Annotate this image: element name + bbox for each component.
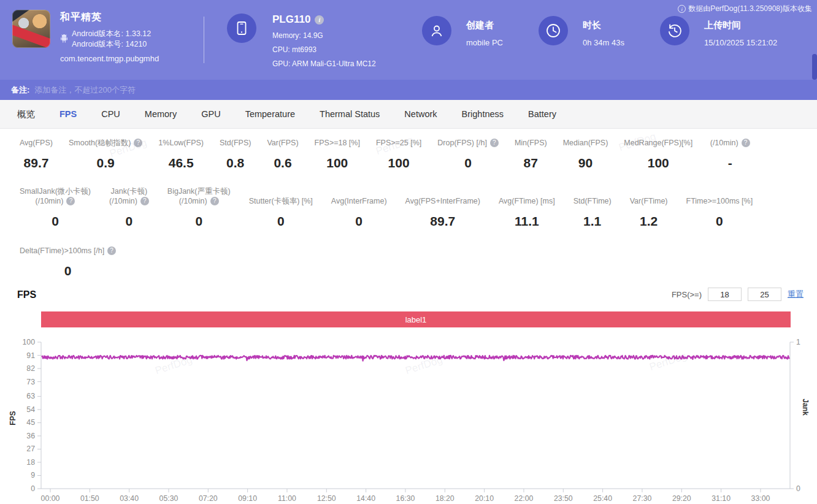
svg-text:91: 91 <box>26 351 35 360</box>
stat-value: 90 <box>578 156 593 170</box>
svg-text:01:50: 01:50 <box>80 494 99 503</box>
tab-battery[interactable]: Battery <box>516 100 569 128</box>
svg-text:18:20: 18:20 <box>435 494 455 503</box>
tab-memory[interactable]: Memory <box>132 100 189 128</box>
stat-label: Min(FPS) <box>515 138 547 148</box>
stat-cell: FTime>=100ms [%]0 <box>686 196 753 229</box>
svg-text:11:00: 11:00 <box>278 494 296 503</box>
upload-time-label: 上传时间 <box>704 20 777 31</box>
stat-label: FPS>=25 [%] <box>376 138 421 148</box>
android-icon <box>60 34 68 45</box>
stat-label: Drop(FPS) [/h]? <box>437 138 499 148</box>
device-info-icon[interactable]: i <box>315 15 324 25</box>
tab-fps[interactable]: FPS <box>47 100 89 128</box>
svg-text:63: 63 <box>26 392 35 400</box>
stat-row-2: SmallJank(微小卡顿)(/10min)?0Jank(卡顿)(/10min… <box>0 186 817 229</box>
tab-brightness[interactable]: Brightness <box>450 100 516 128</box>
stat-value: 89.7 <box>24 156 49 170</box>
data-source-text: 数据由PerfDog(11.3.250908)版本收集 <box>688 4 812 14</box>
svg-text:36: 36 <box>26 432 35 440</box>
app-name: 和平精英 <box>60 11 159 24</box>
svg-text:9: 9 <box>31 471 35 479</box>
stat-value: 100 <box>648 156 669 170</box>
stat-value: 0 <box>195 214 202 229</box>
stat-cell: Median(FPS)90 <box>563 138 608 170</box>
help-icon[interactable]: ? <box>490 139 499 147</box>
help-icon[interactable]: ? <box>66 197 75 205</box>
stat-value: 1.1 <box>583 214 601 229</box>
stat-value: 0 <box>464 156 472 170</box>
stat-label: (/10min)? <box>708 135 751 148</box>
note-bar: 备注: 添加备注，不超过200个字符 <box>0 80 817 100</box>
scrollbar-thumb[interactable] <box>812 54 817 80</box>
note-input[interactable]: 添加备注，不超过200个字符 <box>34 85 136 96</box>
report-header: i 数据由PerfDog(11.3.250908)版本收集 和平精英 Andro… <box>0 0 817 80</box>
help-icon[interactable]: ? <box>210 197 219 205</box>
stat-label: Delta(FTime)>100ms [/h]? <box>20 246 116 256</box>
stat-cell: Std(FPS)0.8 <box>220 138 251 170</box>
svg-text:03:40: 03:40 <box>120 494 139 503</box>
fps-series-line <box>42 356 789 361</box>
svg-text:23:50: 23:50 <box>554 494 573 503</box>
svg-text:12:50: 12:50 <box>317 494 336 503</box>
stat-row-3: Delta(FTime)>100ms [/h]?0 <box>0 246 817 278</box>
fps-line-chart[interactable]: 091827364554637382911001000:0001:5003:40… <box>0 334 817 504</box>
fps-statistics: Avg(FPS)89.7Smooth(稳帧指数)?0.91%Low(FPS)46… <box>0 129 817 278</box>
creator-block: 创建者 mobile PC <box>422 16 503 47</box>
stat-cell: MedRange(FPS)[%]100 <box>624 138 692 170</box>
tab-thermal-status[interactable]: Thermal Status <box>307 100 392 128</box>
stat-label: Avg(FPS) <box>20 138 53 148</box>
svg-text:18: 18 <box>26 458 35 467</box>
device-gpu: GPU: ARM Mali-G1-Ultra MC12 <box>272 59 376 68</box>
tab-temperature[interactable]: Temperature <box>233 100 307 128</box>
help-icon[interactable]: ? <box>107 246 116 255</box>
stat-label: SmallJank(微小卡顿)(/10min)? <box>20 186 91 206</box>
stat-value: 87 <box>524 156 538 170</box>
help-icon[interactable]: ? <box>742 139 750 147</box>
fps-threshold-input-2[interactable] <box>748 288 781 301</box>
svg-text:20:10: 20:10 <box>475 494 494 503</box>
stat-value: 0 <box>716 214 723 229</box>
stat-cell: Smooth(稳帧指数)?0.9 <box>69 138 142 170</box>
stat-cell: Jank(卡顿)(/10min)?0 <box>109 186 149 229</box>
stat-cell: Delta(FTime)>100ms [/h]?0 <box>20 246 116 278</box>
stat-cell: BigJank(严重卡顿)(/10min)?0 <box>167 186 231 229</box>
fps-section-title: FPS <box>17 289 36 300</box>
duration-value: 0h 34m 43s <box>583 38 624 47</box>
tab-概览[interactable]: 概览 <box>5 100 47 128</box>
stat-label: Jank(卡顿)(/10min)? <box>109 186 149 206</box>
stat-label: Std(FPS) <box>220 138 251 148</box>
stat-value: 0 <box>277 214 285 229</box>
device-info-block: PLG110 i Memory: 14.9G CPU: mt6993 GPU: … <box>227 13 376 68</box>
data-source-note: i 数据由PerfDog(11.3.250908)版本收集 <box>678 4 812 14</box>
duration-block: 时长 0h 34m 43s <box>539 16 624 47</box>
fps-threshold-input-1[interactable] <box>708 288 742 301</box>
reset-button[interactable]: 重置 <box>788 289 804 300</box>
phone-icon <box>227 13 256 43</box>
tab-cpu[interactable]: CPU <box>89 100 132 128</box>
stat-value: 0 <box>355 214 362 229</box>
stat-cell: Std(FTime)1.1 <box>573 196 612 229</box>
tab-network[interactable]: Network <box>392 100 449 128</box>
fps-chart[interactable]: FPS Jank 091827364554637382911001000:000… <box>0 334 817 504</box>
stat-cell: Var(FPS)0.6 <box>267 138 298 170</box>
tab-gpu[interactable]: GPU <box>189 100 232 128</box>
svg-text:27: 27 <box>26 445 35 453</box>
help-icon[interactable]: ? <box>134 139 142 147</box>
help-icon[interactable]: ? <box>140 197 149 205</box>
stat-label: FPS>=18 [%] <box>315 138 360 148</box>
stat-value: 0.8 <box>226 156 244 170</box>
app-version-code: Android版本号: 14210 <box>72 39 151 50</box>
svg-text:33:00: 33:00 <box>751 494 770 503</box>
stat-label: BigJank(严重卡顿)(/10min)? <box>167 186 231 206</box>
svg-text:22:00: 22:00 <box>515 494 534 503</box>
svg-text:0: 0 <box>796 484 800 493</box>
history-clock-icon <box>660 16 689 45</box>
svg-text:82: 82 <box>26 364 35 373</box>
stat-value: 46.5 <box>169 156 194 170</box>
stat-cell: FPS>=25 [%]100 <box>376 138 421 170</box>
svg-text:14:40: 14:40 <box>356 494 375 503</box>
duration-label: 时长 <box>583 20 624 31</box>
stat-value: 100 <box>388 156 410 170</box>
svg-text:29:20: 29:20 <box>672 494 691 503</box>
